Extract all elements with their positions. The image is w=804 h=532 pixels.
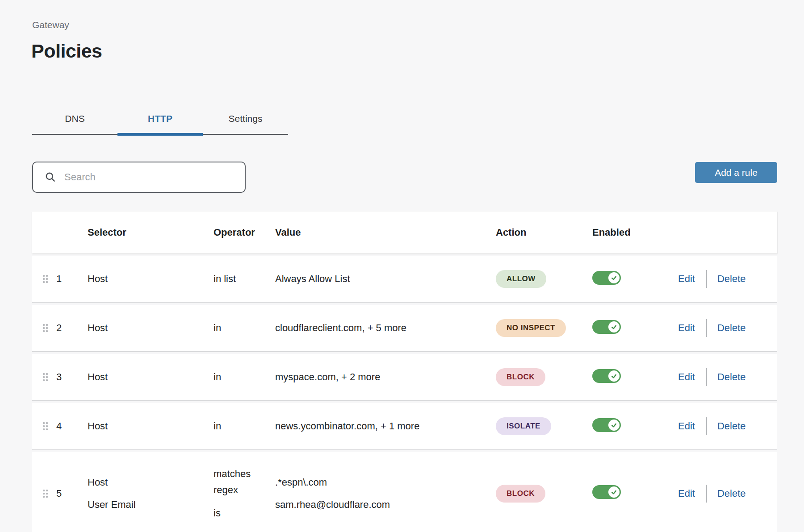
enabled-toggle[interactable]	[592, 418, 621, 432]
link-divider	[706, 485, 707, 503]
row-number: 2	[56, 322, 88, 334]
row-number: 5	[56, 488, 88, 499]
column-header-action: Action	[495, 227, 590, 238]
search-icon	[45, 171, 56, 183]
table-row: 1 Host in list Always Allow List ALLOW E…	[32, 256, 777, 303]
toggle-check-icon	[608, 370, 620, 382]
table-row: 2 Host in cloudflareclient.com, + 5 more…	[32, 305, 777, 352]
row-number: 4	[56, 420, 88, 432]
tab-dns[interactable]: DNS	[32, 104, 117, 134]
toggle-check-icon	[608, 321, 620, 332]
link-divider	[706, 270, 707, 288]
delete-link[interactable]: Delete	[717, 322, 746, 334]
operator-cell: in	[214, 418, 275, 434]
column-header-operator: Operator	[214, 227, 275, 238]
selector-cell: Host	[88, 268, 214, 290]
operator-cell: matches regexis	[214, 466, 275, 521]
drag-handle-icon[interactable]	[43, 422, 48, 430]
row-number: 3	[56, 371, 88, 383]
selector-cell: Host	[88, 415, 214, 437]
edit-link[interactable]: Edit	[678, 371, 695, 383]
operator-cell: in	[214, 369, 275, 385]
tab-settings[interactable]: Settings	[203, 104, 288, 134]
toggle-check-icon	[608, 420, 620, 431]
edit-link[interactable]: Edit	[678, 273, 695, 285]
value-cell: news.ycombinator.com, + 1 more	[275, 415, 495, 437]
toggle-check-icon	[608, 272, 620, 283]
selector-cell: Host	[88, 366, 214, 388]
column-header-value: Value	[275, 227, 495, 238]
table-row: 4 Host in news.ycombinator.com, + 1 more…	[32, 403, 777, 450]
action-badge: NO INSPECT	[496, 319, 566, 337]
rules-table-body: 1 Host in list Always Allow List ALLOW E…	[32, 256, 777, 532]
edit-link[interactable]: Edit	[678, 488, 695, 499]
drag-handle-icon[interactable]	[43, 324, 48, 332]
rules-table: Selector Operator Value Action Enabled 1…	[32, 212, 777, 532]
action-badge: ALLOW	[496, 270, 546, 288]
tab-bar: DNS HTTP Settings	[32, 104, 288, 135]
edit-link[interactable]: Edit	[678, 322, 695, 334]
selector-cell: HostUser Email	[88, 471, 214, 516]
delete-link[interactable]: Delete	[717, 371, 746, 383]
drag-handle-icon[interactable]	[43, 275, 48, 283]
search-box	[32, 162, 246, 193]
column-header-selector: Selector	[88, 227, 214, 238]
action-badge: ISOLATE	[496, 417, 551, 435]
add-rule-button[interactable]: Add a rule	[695, 162, 777, 183]
table-row: 5 HostUser Email matches regexis .*espn\…	[32, 452, 777, 532]
enabled-toggle[interactable]	[592, 271, 621, 285]
delete-link[interactable]: Delete	[717, 273, 746, 285]
link-divider	[706, 417, 707, 435]
link-divider	[706, 319, 707, 337]
search-input[interactable]	[64, 171, 237, 183]
enabled-toggle[interactable]	[592, 485, 621, 499]
enabled-toggle[interactable]	[592, 320, 621, 334]
page-title: Policies	[31, 40, 102, 62]
edit-link[interactable]: Edit	[678, 420, 695, 432]
action-badge: BLOCK	[496, 368, 545, 386]
breadcrumb: Gateway	[32, 20, 69, 30]
operator-cell: in	[214, 320, 275, 336]
selector-cell: Host	[88, 317, 214, 339]
table-header: Selector Operator Value Action Enabled	[32, 212, 777, 254]
value-cell: cloudflareclient.com, + 5 more	[275, 317, 495, 339]
table-row: 3 Host in myspace.com, + 2 more BLOCK Ed…	[32, 354, 777, 401]
delete-link[interactable]: Delete	[717, 420, 746, 432]
row-number: 1	[56, 273, 88, 285]
value-cell: Always Allow List	[275, 268, 495, 290]
enabled-toggle[interactable]	[592, 369, 621, 383]
column-header-enabled: Enabled	[590, 227, 646, 238]
action-badge: BLOCK	[496, 485, 545, 503]
value-cell: .*espn\.comsam.rhea@cloudflare.com	[275, 471, 495, 516]
toggle-check-icon	[608, 486, 620, 498]
value-cell: myspace.com, + 2 more	[275, 366, 495, 388]
drag-handle-icon[interactable]	[43, 490, 48, 498]
tab-http[interactable]: HTTP	[117, 104, 203, 134]
operator-cell: in list	[214, 271, 275, 287]
drag-handle-icon[interactable]	[43, 373, 48, 381]
link-divider	[706, 368, 707, 386]
delete-link[interactable]: Delete	[717, 488, 746, 499]
